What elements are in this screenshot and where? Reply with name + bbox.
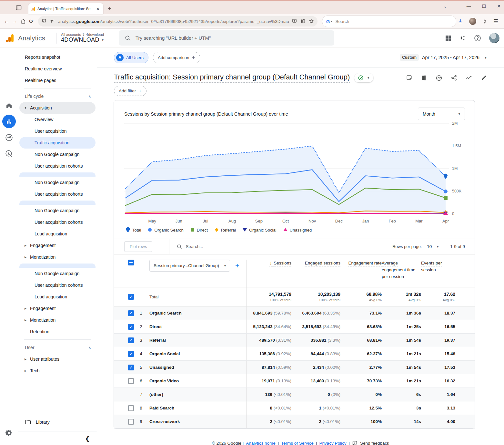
caret-right-icon[interactable]: ▶ [23, 307, 28, 310]
row-checkbox[interactable] [128, 365, 134, 370]
column-header-events-per-session[interactable]: Events per session [421, 261, 442, 272]
grid-apps-icon[interactable] [445, 35, 451, 41]
ga-search-bar[interactable]: Try searching "URL builder + UTM" [119, 30, 334, 46]
caret-right-icon[interactable]: ▶ [23, 256, 28, 259]
plot-rows-button[interactable]: Plot rows [124, 241, 152, 252]
footer-link-analytics-home[interactable]: Analytics home [246, 441, 276, 445]
send-feedback-button[interactable]: Send feedback [352, 440, 389, 445]
footer-link-terms[interactable]: Terms of Service [281, 441, 314, 445]
footer-link-privacy[interactable]: Privacy Policy [319, 441, 346, 445]
caret-right-icon[interactable]: ▶ [23, 244, 28, 247]
extensions-icon[interactable] [482, 19, 488, 24]
row-checkbox[interactable] [128, 378, 134, 384]
caret-down-icon[interactable]: ▼ [23, 107, 28, 109]
sidebar-item-reports-snapshot[interactable]: Reports snapshot [19, 51, 96, 63]
legend-item-direct[interactable]: Direct [190, 227, 208, 233]
explore-report-icon[interactable] [436, 75, 442, 81]
sidebar-item-user-acquisition[interactable]: User acquisition [19, 125, 96, 137]
sidebar-item-lead-acquisition[interactable]: Lead acquisition [19, 291, 96, 303]
caret-right-icon[interactable]: ▶ [23, 358, 28, 361]
advertising-nav-icon[interactable] [5, 150, 13, 158]
sidebar-item-user-acquisition-cohorts[interactable]: User acquisition cohorts [19, 279, 96, 291]
legend-item-unassigned[interactable]: Unassigned [283, 227, 312, 233]
dimension-selector[interactable]: Session primary...Channel Group) ▼ [149, 260, 230, 272]
row-checkbox[interactable] [128, 310, 134, 316]
all-users-chip[interactable]: A All Users [114, 52, 148, 63]
edit-pencil-icon[interactable] [481, 75, 487, 81]
permissions-icon[interactable] [50, 18, 55, 24]
breadcrumb[interactable]: All accounts❯4download [61, 33, 104, 36]
insights-icon[interactable] [466, 75, 472, 81]
home-button[interactable] [20, 16, 26, 26]
comparison-bars-icon[interactable] [421, 75, 427, 81]
sidebar-item-non-google-campaign[interactable]: Non Google campaign [19, 149, 96, 160]
add-dimension-button[interactable]: + [235, 262, 239, 270]
notes-icon[interactable] [406, 75, 412, 81]
window-minimize-button[interactable]: — [467, 4, 471, 9]
collapse-section-icon[interactable]: ∧ [88, 346, 91, 350]
sidebar-item-tech[interactable]: ▶Tech [19, 365, 96, 377]
help-icon[interactable] [474, 34, 481, 42]
sidebar-item-user-acquisition-cohorts[interactable]: User acquisition cohorts [19, 188, 96, 200]
browser-tab[interactable]: Analytics | Traffic acquisition: Se ✕ [28, 3, 103, 14]
reports-nav-icon[interactable] [2, 115, 16, 128]
sidebar-item-retention[interactable]: Retention [19, 326, 96, 337]
menu-icon[interactable]: ☰ [493, 18, 498, 25]
sidebar-section-user[interactable]: User∧ [18, 342, 97, 353]
forward-button[interactable]: → [11, 16, 18, 26]
back-button[interactable]: ← [3, 16, 10, 26]
total-row-checkbox[interactable] [128, 294, 134, 300]
caret-right-icon[interactable]: ▶ [23, 319, 28, 322]
sidebar-toggle-icon[interactable] [15, 5, 22, 11]
collapse-section-icon[interactable]: ∧ [88, 94, 91, 98]
sidebar-item-user-acquisition-cohorts[interactable]: User acquisition cohorts [19, 160, 96, 172]
sidebar-item-lead-acquisition[interactable]: Lead acquisition [19, 228, 96, 240]
add-filter-button[interactable]: Add filter + [114, 86, 146, 96]
split-view-icon[interactable] [300, 18, 306, 24]
caret-right-icon[interactable]: ▶ [23, 369, 28, 372]
column-header-engagement-rate[interactable]: Engagement rate [348, 261, 382, 265]
reload-button[interactable]: ⟳ [28, 16, 35, 26]
browser-profile-avatar[interactable] [469, 18, 476, 25]
column-header-engaged-sessions[interactable]: Engaged sessions [305, 261, 340, 265]
window-maximize-button[interactable]: ☐ [482, 4, 486, 9]
new-tab-button[interactable]: + [108, 5, 111, 12]
sidebar-section-life-cycle[interactable]: Life cycle∧ [18, 90, 97, 102]
sidebar-item-user-acquisition-cohorts[interactable]: User acquisition cohorts [19, 216, 96, 228]
gemini-sparkle-icon[interactable] [459, 35, 466, 42]
granularity-select[interactable]: Month ▼ [418, 108, 465, 120]
ga-logo[interactable]: Analytics [0, 33, 56, 43]
url-bar[interactable]: analytics.google.com/analytics/web/?auth… [38, 16, 318, 26]
row-checkbox[interactable] [128, 324, 134, 330]
shield-icon[interactable] [41, 18, 47, 24]
select-all-checkbox[interactable] [128, 260, 134, 265]
collapse-sidenav-button[interactable]: ❮ [18, 431, 97, 445]
legend-item-organic-search[interactable]: Organic Search [147, 227, 183, 233]
column-header-avg-engagement-time[interactable]: Average engagement time per session [382, 261, 415, 279]
tab-close-icon[interactable]: ✕ [95, 6, 101, 11]
column-header-sessions[interactable]: ↓ Sessions [270, 260, 291, 266]
sidebar-item-library[interactable]: Library [25, 416, 97, 429]
tab-list-chevron-icon[interactable]: ⌄ [443, 4, 447, 9]
legend-item-referral[interactable]: Referral [214, 227, 236, 233]
sidebar-item-non-google-campaign[interactable]: Non Google campaign [19, 205, 96, 216]
report-status-badge[interactable]: ▼ [354, 73, 373, 82]
legend-item-organic-social[interactable]: Organic Social [242, 227, 277, 233]
bookmark-star-icon[interactable] [308, 18, 314, 24]
browser-search-box[interactable]: G▾ Search [322, 16, 456, 27]
share-icon[interactable] [451, 75, 457, 81]
sidebar-item-realtime-overview[interactable]: Realtime overview [19, 63, 96, 75]
row-checkbox[interactable] [128, 405, 134, 411]
sidebar-item-traffic-acquisition[interactable]: Traffic acquisition [19, 137, 96, 149]
legend-item-total[interactable]: Total [126, 227, 141, 233]
add-comparison-button[interactable]: Add comparison + [153, 52, 200, 63]
row-checkbox[interactable] [128, 351, 134, 357]
row-checkbox[interactable] [128, 419, 134, 425]
explore-nav-icon[interactable] [5, 133, 13, 142]
window-close-button[interactable]: ✕ [497, 4, 501, 9]
row-checkbox[interactable] [128, 337, 134, 343]
sidebar-item-user-attributes[interactable]: ▶User attributes [19, 353, 96, 365]
rows-per-page-value[interactable]: 10 [427, 244, 432, 249]
table-search[interactable]: Search... [176, 244, 203, 250]
save-page-icon[interactable] [292, 18, 297, 24]
